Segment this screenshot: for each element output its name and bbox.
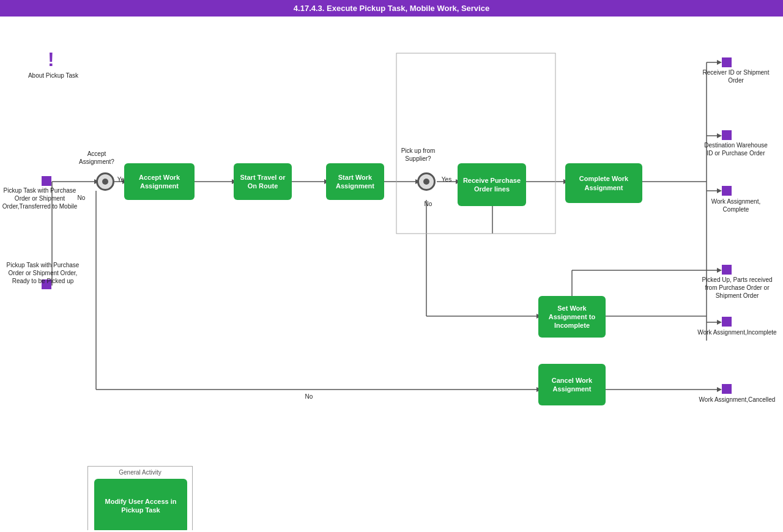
work-incomplete-label: Work Assignment,Incomplete: [697, 328, 777, 336]
receiver-id-icon: [722, 57, 732, 67]
start-travel-box[interactable]: Start Travel or On Route: [234, 163, 292, 200]
receive-purchase-order-box[interactable]: Receive Purchase Order lines: [458, 163, 526, 206]
svg-marker-25: [717, 320, 722, 325]
no2-label: No: [422, 200, 434, 208]
general-activity-container: General Activity Modify User Access in P…: [87, 466, 193, 530]
accept-assignment-label: Accept Assignment?: [72, 150, 121, 166]
cancel-work-assignment-box[interactable]: Cancel Work Assignment: [538, 364, 606, 405]
title-bar: 4.17.4.3. Execute Pickup Task, Mobile Wo…: [0, 0, 783, 17]
exclamation-icon: !: [48, 48, 54, 71]
pick-up-from-supplier-label: Pick up from Supplier?: [395, 147, 441, 163]
diagram-container: ! About Pickup Task Pickup Task with Pur…: [0, 17, 783, 530]
accept-work-assignment-box[interactable]: Accept Work Assignment: [124, 163, 195, 200]
work-complete-icon: [722, 186, 732, 196]
svg-marker-34: [717, 387, 722, 392]
picked-up-parts-icon: [722, 265, 732, 275]
destination-warehouse-label: Destination Warehouse ID or Purchase Ord…: [702, 141, 770, 157]
pickup-task-transferred-icon: [42, 176, 51, 186]
set-work-incomplete-box[interactable]: Set Work Assignment to Incomplete: [538, 296, 606, 338]
no1-label: No: [72, 194, 91, 202]
pickup-task-ready-label: Pickup Task with Purchase Order or Shipm…: [3, 261, 83, 285]
work-cancelled-label: Work Assignment,Cancelled: [697, 396, 777, 404]
yes2-label: Yes: [440, 175, 453, 183]
complete-work-assignment-box[interactable]: Complete Work Assignment: [565, 163, 642, 203]
no-cancel-label: No: [300, 393, 318, 401]
start-work-assignment-box[interactable]: Start Work Assignment: [326, 163, 384, 200]
destination-warehouse-icon: [722, 130, 732, 140]
picked-up-parts-label: Picked Up, Parts received from Purchase …: [697, 276, 777, 300]
general-activity-label: General Activity: [88, 469, 192, 476]
receiver-id-label: Receiver ID or Shipment Order: [702, 68, 770, 84]
svg-marker-17: [717, 60, 722, 65]
svg-rect-37: [396, 53, 555, 234]
about-pickup-task-label: About Pickup Task: [26, 72, 81, 79]
pickup-supplier-decision: [417, 172, 436, 191]
work-cancelled-icon: [722, 384, 732, 394]
svg-marker-19: [717, 133, 722, 138]
accept-assignment-decision: [96, 172, 114, 191]
modify-user-access-box[interactable]: Modify User Access in Pickup Task: [94, 479, 187, 530]
svg-marker-21: [717, 188, 722, 193]
diagram-lines: [0, 17, 783, 530]
pickup-task-transferred-label: Pickup Task with Purchase Order or Shipm…: [0, 187, 80, 210]
work-incomplete-icon: [722, 317, 732, 327]
work-complete-label: Work Assignment, Complete: [702, 198, 770, 213]
svg-marker-23: [717, 268, 722, 273]
